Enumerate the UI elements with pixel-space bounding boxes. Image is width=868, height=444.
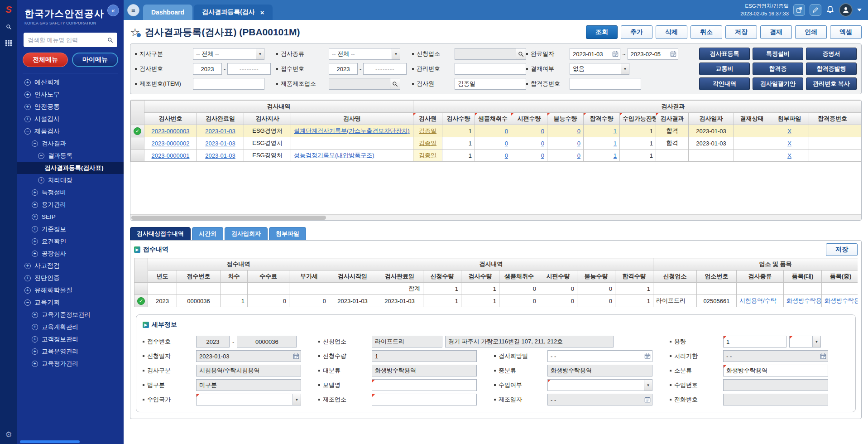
tree-minus-icon[interactable]: − [32,140,38,147]
lower-tab[interactable]: 첨부파일 [269,227,306,240]
sidebar-item[interactable]: +안전공통 [17,101,124,113]
tree-plus-icon[interactable]: + [32,238,38,245]
calendar-icon[interactable] [670,51,678,57]
column-header[interactable]: 검사완료일 [376,270,423,283]
dropdown-select[interactable]: 없음▼ [570,63,629,75]
tool-button[interactable]: 교통비 [699,63,750,75]
table-cell[interactable]: X [770,150,809,162]
table-cell[interactable]: 1 [584,137,620,150]
sidebar-item[interactable]: +유해화학물질 [17,284,124,296]
column-header[interactable]: 수입가능잔량 [620,113,656,125]
text-input[interactable] [372,394,476,405]
table-cell[interactable]: 2023-01-03 [197,125,244,137]
tree-plus-icon[interactable]: + [24,116,31,122]
table-cell[interactable]: 2023-01-03 [197,137,244,150]
tree-plus-icon[interactable]: + [32,202,38,208]
text-input[interactable] [197,336,229,347]
table-cell[interactable]: 0 [511,150,547,162]
tool-button[interactable]: 관리번호 복사 [806,77,857,90]
column-header[interactable]: 신청업소 [653,270,697,283]
sidebar-item[interactable]: −결과등록 [17,150,124,162]
table-cell[interactable] [291,137,413,150]
action-button[interactable]: 취소 [691,25,722,39]
tree-plus-icon[interactable]: + [24,263,31,269]
sidebar-item[interactable]: −교육기획 [17,296,124,309]
table-cell[interactable]: 0 [475,150,511,162]
text-input[interactable] [724,336,786,347]
text-input[interactable] [364,63,406,74]
column-header[interactable]: 검사지사 [244,113,291,125]
column-header[interactable]: 결재상태 [734,113,770,125]
action-button[interactable]: 엑셀 [830,25,862,39]
sidebar-item[interactable]: +교육운영관리 [17,345,124,357]
table-cell[interactable]: 0 [547,137,584,150]
table-cell[interactable]: 2023-0000003 [144,125,197,137]
column-header[interactable]: 합격수량 [584,113,620,125]
tree-plus-icon[interactable]: + [32,324,38,330]
text-input[interactable] [372,365,476,376]
column-header[interactable]: 품목(중) [822,270,858,283]
favorite-star-icon[interactable]: ☆ [130,27,140,38]
sidebar-item[interactable]: +공장심사 [17,247,124,260]
settings-gear-icon[interactable]: ⚙ [5,430,12,439]
text-input[interactable] [372,336,442,347]
sidebar-item[interactable]: +진단인증 [17,272,124,284]
tool-button[interactable]: 각인내역 [699,77,750,90]
user-avatar[interactable] [839,3,853,17]
search-icon[interactable] [390,78,400,89]
row-selector[interactable]: ✓ [134,295,148,307]
lower-tab[interactable]: 검사입회자 [225,227,268,240]
table-cell[interactable]: 0 [475,137,511,150]
table-cell[interactable]: 성능검정기록부(내압방폭구조) [291,150,413,162]
sidebar-item[interactable]: +인사노무 [17,88,124,101]
text-input[interactable] [193,63,221,74]
text-input[interactable] [329,63,357,74]
text-input[interactable] [548,365,652,376]
lower-tab[interactable]: 시간외 [192,227,223,240]
tree-plus-icon[interactable]: + [32,214,38,220]
calendar-icon[interactable] [644,353,652,359]
column-header[interactable]: 샘플채취수 [499,270,539,283]
tree-plus-icon[interactable]: + [24,104,31,110]
date-input[interactable] [724,351,820,362]
sidebar-item[interactable]: +용기관리 [17,198,124,211]
hamburger-menu-icon[interactable]: ≡ [127,4,139,16]
sidebar-item[interactable]: +고객정보관리 [17,333,124,345]
text-input[interactable] [724,365,828,376]
table-cell[interactable]: 설계단계검사기록부(가스누출경보차단장치) [291,125,413,137]
my-menu-button[interactable]: 마이메뉴 [72,53,118,67]
column-header[interactable]: 접수번호 [177,270,221,283]
text-input[interactable] [570,78,641,89]
date-input[interactable] [548,351,644,362]
apps-grid-icon[interactable] [5,40,12,47]
column-header[interactable]: 합격증번호 [809,113,856,125]
table-cell[interactable]: 0 [547,125,584,137]
edit-pencil-icon[interactable] [810,4,821,16]
column-header[interactable]: 검사일자 [689,113,734,125]
tree-minus-icon[interactable]: − [24,299,31,306]
tree-plus-icon[interactable]: + [32,361,38,367]
column-header[interactable]: 검사수량 [461,270,499,283]
sidebar-item[interactable]: +사고점검 [17,260,124,272]
table-cell[interactable]: 0 [547,150,584,162]
chevron-down-icon[interactable] [857,9,862,11]
table-cell[interactable]: 0 [511,137,547,150]
tree-plus-icon[interactable]: + [32,226,38,232]
date-input[interactable] [548,394,644,405]
column-header[interactable]: 검사명 [291,113,413,125]
column-header[interactable]: 년도 [148,270,177,283]
calendar-icon[interactable] [612,51,620,57]
menu-search-input[interactable] [28,37,107,43]
action-button[interactable]: 저장 [725,25,757,39]
tree-plus-icon[interactable]: + [24,79,31,86]
column-header[interactable]: 첨부파일 [770,113,809,125]
receipt-save-button[interactable]: 저장 [826,243,858,256]
table-cell[interactable]: X [770,137,809,150]
tree-plus-icon[interactable]: + [32,336,38,343]
dropdown-select[interactable]: -- 전체 --▼ [329,48,400,60]
table-cell[interactable]: 김종일 [413,137,442,150]
tree-plus-icon[interactable]: + [38,177,44,183]
text-input[interactable] [197,380,301,391]
search-field[interactable] [455,48,516,59]
tree-minus-icon[interactable]: − [24,128,31,135]
